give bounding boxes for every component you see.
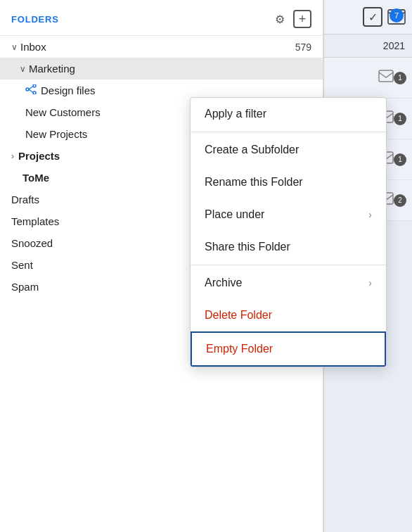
menu-item-label: Rename this Folder [205, 176, 303, 189]
folder-item-marketing[interactable]: ∨ Marketing [0, 58, 323, 80]
gear-icon: ⚙ [275, 13, 285, 26]
folder-item-inbox[interactable]: ∨ Inbox 579 [0, 36, 323, 58]
svg-rect-6 [379, 70, 393, 82]
right-toolbar: ✓ 7 [324, 0, 412, 34]
chevron-icon: ∨ [11, 42, 18, 52]
header-icons: ⚙ + [271, 10, 311, 28]
arrow-icon: › [368, 209, 372, 220]
folder-label: Marketing [29, 63, 311, 75]
menu-separator [191, 265, 386, 265]
menu-item-empty-folder[interactable]: Empty Folder [191, 331, 386, 367]
menu-item-archive[interactable]: Archive › [191, 267, 386, 299]
chevron-icon: ∨ [20, 64, 26, 74]
add-icon: + [299, 12, 307, 27]
menu-item-label: Place under [205, 208, 264, 221]
context-menu: Apply a filter Create a Subfolder Rename… [190, 97, 387, 367]
add-folder-button[interactable]: + [293, 10, 311, 28]
email-count-badge: 2 [394, 194, 406, 207]
email-icon [378, 70, 394, 86]
svg-line-3 [29, 87, 33, 90]
menu-item-delete-folder[interactable]: Delete Folder [191, 299, 386, 331]
menu-item-label: Empty Folder [206, 343, 273, 355]
menu-separator [191, 132, 386, 132]
year-label: 2021 [324, 34, 412, 58]
menu-item-apply-filter[interactable]: Apply a filter [191, 98, 386, 130]
share-icon [25, 84, 37, 96]
svg-line-4 [29, 89, 33, 93]
svg-point-1 [33, 91, 36, 94]
menu-item-rename-folder[interactable]: Rename this Folder [191, 166, 386, 198]
email-row[interactable]: 1 [324, 58, 412, 99]
svg-point-2 [26, 88, 29, 91]
menu-item-label: Apply a filter [205, 108, 266, 120]
arrow-icon: › [368, 277, 372, 289]
unread-badge: 7 [390, 8, 404, 23]
chevron-icon: › [11, 151, 14, 161]
folders-title: FOLDERS [11, 14, 59, 25]
email-count-badge: 1 [394, 72, 406, 84]
menu-item-label: Delete Folder [205, 309, 272, 322]
menu-item-label: Create a Subfolder [205, 144, 299, 156]
folder-count: 579 [295, 42, 311, 53]
email-count-badge: 1 [394, 153, 406, 166]
email-count-badge: 1 [394, 113, 406, 125]
menu-item-label: Share this Folder [205, 241, 290, 253]
svg-point-0 [33, 84, 36, 87]
select-all-checkbox[interactable]: ✓ [363, 7, 382, 27]
folder-label: Inbox [20, 41, 295, 53]
folder-label: Design files [41, 84, 311, 96]
menu-item-label: Archive [205, 277, 242, 289]
menu-item-share-folder[interactable]: Share this Folder [191, 231, 386, 263]
gear-button[interactable]: ⚙ [271, 10, 289, 28]
folders-header: FOLDERS ⚙ + [0, 0, 323, 36]
compose-button-container: 7 [387, 7, 406, 27]
menu-item-create-subfolder[interactable]: Create a Subfolder [191, 134, 386, 166]
menu-item-place-under[interactable]: Place under › [191, 198, 386, 231]
